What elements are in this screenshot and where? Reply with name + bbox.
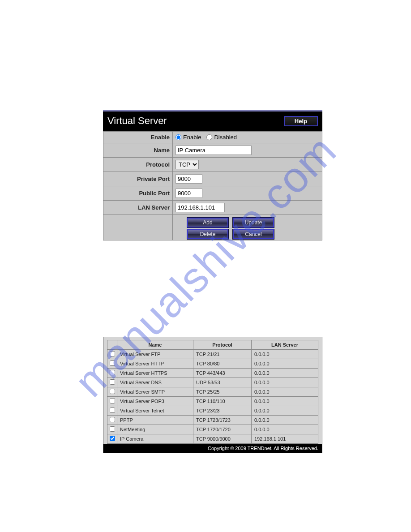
panel-title: Virtual Server bbox=[107, 115, 167, 127]
row-protocol: TCP 1723/1723 bbox=[193, 416, 252, 425]
col-header-protocol: Protocol bbox=[193, 340, 252, 350]
row-protocol: TCP 23/23 bbox=[193, 406, 252, 416]
table-row: PPTPTCP 1723/17230.0.0.0 bbox=[107, 416, 318, 425]
update-button[interactable]: Update bbox=[233, 218, 274, 227]
row-lan: 0.0.0.0 bbox=[252, 378, 318, 387]
table-row: NetMeetingTCP 1720/17200.0.0.0 bbox=[107, 425, 318, 434]
row-name: NetMeeting bbox=[117, 425, 193, 434]
row-name: Virtual Server HTTP bbox=[117, 359, 193, 369]
row-checkbox[interactable] bbox=[110, 370, 115, 375]
name-input[interactable] bbox=[176, 146, 252, 155]
add-button[interactable]: Add bbox=[187, 218, 228, 227]
row-checkbox[interactable] bbox=[110, 398, 115, 403]
protocol-label: Protocol bbox=[103, 158, 173, 172]
table-row: Virtual Server TelnetTCP 23/230.0.0.0 bbox=[107, 406, 318, 416]
row-protocol: TCP 443/443 bbox=[193, 369, 252, 378]
row-lan: 0.0.0.0 bbox=[252, 359, 318, 369]
row-protocol: TCP 1720/1720 bbox=[193, 425, 252, 434]
row-checkbox[interactable] bbox=[110, 426, 115, 432]
enable-label: Enable bbox=[103, 132, 173, 143]
virtual-server-list-panel: Name Protocol LAN Server Virtual Server … bbox=[103, 337, 322, 453]
row-protocol: UDP 53/53 bbox=[193, 378, 252, 387]
form-table: Enable Enable Disabled Name Protocol TCP bbox=[103, 131, 322, 240]
help-button[interactable]: Help bbox=[284, 116, 318, 126]
disabled-radio[interactable] bbox=[206, 134, 212, 140]
row-lan: 0.0.0.0 bbox=[252, 406, 318, 416]
enable-radio[interactable] bbox=[176, 134, 181, 140]
cancel-button[interactable]: Cancel bbox=[233, 229, 274, 239]
row-name: Virtual Server DNS bbox=[117, 378, 193, 387]
row-protocol: TCP 9000/9000 bbox=[193, 434, 252, 444]
col-header-check bbox=[107, 340, 117, 350]
private-port-label: Private Port bbox=[103, 172, 173, 186]
col-header-lan: LAN Server bbox=[252, 340, 318, 350]
panel-header: Virtual Server Help bbox=[103, 112, 322, 131]
lan-server-label: LAN Server bbox=[103, 201, 173, 215]
row-name: Virtual Server POP3 bbox=[117, 397, 193, 406]
col-header-name: Name bbox=[117, 340, 193, 350]
table-row: Virtual Server HTTPSTCP 443/4430.0.0.0 bbox=[107, 369, 318, 378]
table-row: Virtual Server POP3TCP 110/1100.0.0.0 bbox=[107, 397, 318, 406]
server-list-table: Name Protocol LAN Server Virtual Server … bbox=[107, 340, 318, 444]
row-checkbox[interactable] bbox=[110, 379, 115, 385]
row-lan: 0.0.0.0 bbox=[252, 416, 318, 425]
row-name: Virtual Server SMTP bbox=[117, 387, 193, 397]
delete-button[interactable]: Delete bbox=[187, 229, 228, 239]
row-checkbox[interactable] bbox=[110, 360, 115, 366]
row-name: IP Camera bbox=[117, 434, 193, 444]
row-checkbox[interactable] bbox=[110, 351, 115, 356]
row-lan: 192.168.1.101 bbox=[252, 434, 318, 444]
row-lan: 0.0.0.0 bbox=[252, 425, 318, 434]
virtual-server-form-panel: Virtual Server Help Enable Enable Disabl… bbox=[103, 110, 322, 240]
row-protocol: TCP 25/25 bbox=[193, 387, 252, 397]
private-port-input[interactable] bbox=[176, 174, 202, 184]
table-row: Virtual Server HTTPTCP 80/800.0.0.0 bbox=[107, 359, 318, 369]
row-name: Virtual Server HTTPS bbox=[117, 369, 193, 378]
table-row: Virtual Server SMTPTCP 25/250.0.0.0 bbox=[107, 387, 318, 397]
row-lan: 0.0.0.0 bbox=[252, 369, 318, 378]
table-row: Virtual Server FTPTCP 21/210.0.0.0 bbox=[107, 350, 318, 359]
row-name: PPTP bbox=[117, 416, 193, 425]
copyright-footer: Copyright © 2009 TRENDnet. All Rights Re… bbox=[103, 444, 322, 453]
row-lan: 0.0.0.0 bbox=[252, 397, 318, 406]
row-protocol: TCP 21/21 bbox=[193, 350, 252, 359]
row-checkbox[interactable] bbox=[110, 417, 115, 422]
row-protocol: TCP 110/110 bbox=[193, 397, 252, 406]
row-name: Virtual Server FTP bbox=[117, 350, 193, 359]
row-checkbox[interactable] bbox=[110, 436, 115, 441]
lan-server-input[interactable] bbox=[176, 203, 225, 212]
row-checkbox[interactable] bbox=[110, 389, 115, 394]
protocol-select[interactable]: TCP bbox=[176, 160, 199, 169]
row-name: Virtual Server Telnet bbox=[117, 406, 193, 416]
public-port-input[interactable] bbox=[176, 189, 202, 198]
enable-option-label: Enable bbox=[183, 134, 201, 141]
public-port-label: Public Port bbox=[103, 186, 173, 201]
row-lan: 0.0.0.0 bbox=[252, 350, 318, 359]
disabled-option-label: Disabled bbox=[214, 134, 237, 141]
row-checkbox[interactable] bbox=[110, 408, 115, 413]
row-protocol: TCP 80/80 bbox=[193, 359, 252, 369]
table-row: IP CameraTCP 9000/9000192.168.1.101 bbox=[107, 434, 318, 444]
name-label: Name bbox=[103, 143, 173, 158]
table-row: Virtual Server DNSUDP 53/530.0.0.0 bbox=[107, 378, 318, 387]
row-lan: 0.0.0.0 bbox=[252, 387, 318, 397]
